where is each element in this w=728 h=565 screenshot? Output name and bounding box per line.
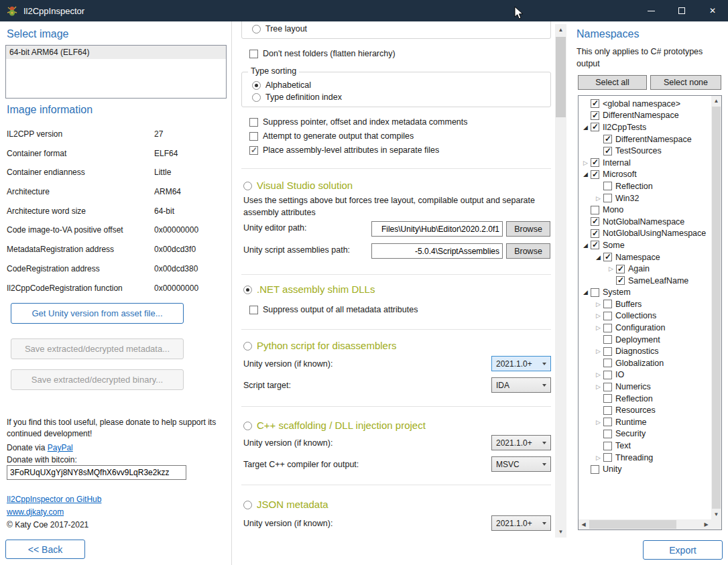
expand-icon[interactable]: ▷ <box>593 348 603 355</box>
tree-item-numerics[interactable]: ▷Numerics <box>579 381 711 393</box>
script-assemblies-path-input[interactable] <box>371 243 503 259</box>
tree-item-differentnamespace[interactable]: DifferentNamespace <box>579 133 711 145</box>
tree-item-again[interactable]: ▷Again <box>579 263 711 275</box>
tree-item-checkbox[interactable] <box>603 312 612 320</box>
tree-item-checkbox[interactable] <box>616 276 625 285</box>
tree-item-checkbox[interactable] <box>603 182 612 190</box>
tree-item-mono[interactable]: Mono <box>579 204 711 216</box>
bitcoin-address-input[interactable] <box>7 465 186 480</box>
tree-item-checkbox[interactable] <box>603 418 612 426</box>
scrollbar-thumb[interactable] <box>712 107 721 509</box>
github-link[interactable]: Il2CppInspector on GitHub <box>7 495 101 504</box>
tree-item-reflection[interactable]: Reflection <box>579 393 711 405</box>
tree-item-global-namespace[interactable]: <global namespace> <box>579 98 711 110</box>
unity-editor-path-input[interactable] <box>371 221 503 237</box>
suppress-comments-checkbox[interactable] <box>249 118 258 127</box>
tree-item-differentnamespace[interactable]: DifferentNamespace <box>579 110 711 122</box>
back-button[interactable]: << Back <box>5 540 85 559</box>
tree-item-microsoft[interactable]: ◢Microsoft <box>579 169 711 181</box>
tree-item-il2cpptests[interactable]: ◢Il2CppTests <box>579 121 711 133</box>
tree-item-diagnostics[interactable]: ▷Diagnostics <box>579 345 711 357</box>
tree-item-checkbox[interactable] <box>603 194 612 202</box>
expand-icon[interactable]: ▷ <box>593 383 603 390</box>
tree-item-resources[interactable]: Resources <box>579 404 711 416</box>
expand-icon[interactable]: ▷ <box>593 301 603 308</box>
get-unity-version-button[interactable]: Get Unity version from asset file... <box>11 303 184 324</box>
alphabetical-radio[interactable] <box>252 81 261 90</box>
scroll-down-icon[interactable]: ▼ <box>711 509 721 519</box>
script-target-combo[interactable]: IDA <box>491 377 551 393</box>
tree-item-checkbox[interactable] <box>603 253 612 261</box>
tree-item-io[interactable]: ▷IO <box>579 369 711 381</box>
tree-item-checkbox[interactable] <box>591 465 599 474</box>
tree-item-deployment[interactable]: Deployment <box>579 334 711 346</box>
image-list[interactable]: 64-bit ARM64 (ELF64) <box>5 45 227 99</box>
tree-item-checkbox[interactable] <box>603 453 612 462</box>
tree-layout-radio[interactable] <box>252 25 261 34</box>
tree-item-collections[interactable]: ▷Collections <box>579 310 711 322</box>
tree-item-checkbox[interactable] <box>591 288 599 297</box>
python-unity-version-combo[interactable]: 2021.1.0+ <box>491 356 551 371</box>
python-script-radio[interactable] <box>243 342 252 351</box>
tree-vertical-scrollbar[interactable]: ▲ ▼ <box>711 96 721 519</box>
center-scrollbar[interactable]: ▲ ▼ <box>555 24 566 538</box>
tree-item-checkbox[interactable] <box>603 300 612 308</box>
shim-dlls-radio[interactable] <box>243 286 252 294</box>
expand-icon[interactable]: ▷ <box>593 419 603 426</box>
tree-item-checkbox[interactable] <box>591 229 599 238</box>
scroll-right-icon[interactable]: ▶ <box>701 519 711 529</box>
tree-item-checkbox[interactable] <box>603 406 612 415</box>
tree-item-checkbox[interactable] <box>603 147 612 155</box>
scrollbar-thumb[interactable] <box>589 520 676 529</box>
paypal-link[interactable]: PayPal <box>48 443 73 452</box>
cpp-scaffolding-radio[interactable] <box>243 422 252 430</box>
flatten-checkbox[interactable] <box>249 50 258 58</box>
suppress-metadata-attrs-checkbox[interactable] <box>249 306 258 314</box>
tree-item-checkbox[interactable] <box>603 335 612 344</box>
expand-icon[interactable]: ▷ <box>606 265 616 272</box>
collapse-icon[interactable]: ◢ <box>581 242 591 249</box>
scroll-up-icon[interactable]: ▲ <box>555 24 566 36</box>
minimize-button[interactable] <box>635 0 666 21</box>
tree-item-globalization[interactable]: Globalization <box>579 357 711 369</box>
tree-item-sameleafname[interactable]: SameLeafName <box>579 275 711 287</box>
expand-icon[interactable]: ▷ <box>593 324 603 331</box>
tree-item-checkbox[interactable] <box>591 241 599 249</box>
tree-item-checkbox[interactable] <box>603 430 612 438</box>
tree-item-checkbox[interactable] <box>603 383 612 391</box>
tree-item-internal[interactable]: ▷Internal <box>579 157 711 169</box>
tree-item-checkbox[interactable] <box>616 265 625 273</box>
expand-icon[interactable]: ▷ <box>593 371 603 378</box>
tree-item-checkbox[interactable] <box>603 442 612 450</box>
image-list-item[interactable]: 64-bit ARM64 (ELF64) <box>6 46 226 59</box>
browse-editor-path-button[interactable]: Browse <box>506 221 550 237</box>
expand-icon[interactable]: ▷ <box>593 195 603 202</box>
tree-item-buffers[interactable]: ▷Buffers <box>579 298 711 310</box>
tree-item-win32[interactable]: ▷Win32 <box>579 192 711 204</box>
expand-icon[interactable]: ▷ <box>593 454 603 461</box>
json-unity-version-combo[interactable]: 2021.1.0+ <box>491 515 551 531</box>
tree-item-text[interactable]: Text <box>579 440 711 452</box>
tree-item-some[interactable]: ◢Some <box>579 239 711 251</box>
tree-item-reflection[interactable]: Reflection <box>579 180 711 192</box>
tree-item-namespace[interactable]: ◢Namespace <box>579 251 711 263</box>
collapse-icon[interactable]: ◢ <box>593 254 603 261</box>
browse-assemblies-path-button[interactable]: Browse <box>506 243 550 259</box>
expand-icon[interactable]: ▷ <box>593 312 603 319</box>
select-none-button[interactable]: Select none <box>650 75 721 90</box>
export-button[interactable]: Export <box>643 540 723 560</box>
tree-item-threading[interactable]: ▷Threading <box>579 452 711 464</box>
website-link[interactable]: www.djkaty.com <box>7 507 64 517</box>
tree-item-checkbox[interactable] <box>591 206 599 214</box>
json-metadata-radio[interactable] <box>243 501 252 509</box>
tree-item-testsources[interactable]: TestSources <box>579 145 711 157</box>
cpp-compiler-combo[interactable]: MSVC <box>491 456 551 472</box>
tree-item-checkbox[interactable] <box>591 99 599 108</box>
vs-solution-radio[interactable] <box>243 182 252 190</box>
tree-item-checkbox[interactable] <box>591 123 599 131</box>
tree-item-checkbox[interactable] <box>591 111 599 120</box>
tree-item-checkbox[interactable] <box>591 217 599 226</box>
tree-item-notglobalnamespace[interactable]: NotGlobalNamespace <box>579 216 711 228</box>
tree-item-notglobalusingnamespace[interactable]: NotGlobalUsingNamespace <box>579 228 711 240</box>
separate-attributes-checkbox[interactable] <box>249 146 258 155</box>
